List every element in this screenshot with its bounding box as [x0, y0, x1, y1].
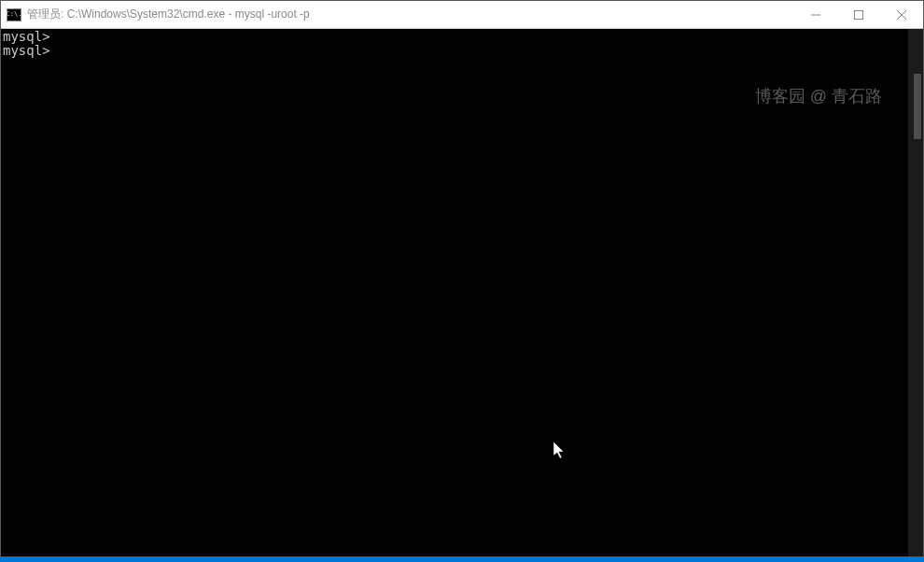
terminal-line: mysql> — [3, 44, 906, 58]
terminal-line: mysql> — [3, 30, 906, 44]
app-icon-label: C:\. — [7, 11, 22, 18]
window-title: 管理员: C:\Windows\System32\cmd.exe - mysql… — [27, 7, 794, 22]
window-controls — [794, 1, 923, 28]
mouse-cursor-icon — [553, 442, 567, 463]
minimize-button[interactable] — [794, 1, 837, 28]
maximize-icon — [854, 10, 863, 20]
close-icon — [897, 10, 906, 20]
svg-rect-1 — [855, 10, 863, 19]
terminal-content[interactable]: mysql> mysql> 博客园 @ 青石路 — [1, 29, 908, 556]
terminal-area[interactable]: mysql> mysql> 博客园 @ 青石路 — [1, 29, 923, 556]
minimize-icon — [811, 10, 820, 20]
app-icon: C:\. — [7, 8, 21, 21]
taskbar-accent — [0, 557, 924, 562]
cmd-window: C:\. 管理员: C:\Windows\System32\cmd.exe - … — [0, 0, 924, 557]
vertical-scrollbar[interactable] — [908, 29, 923, 556]
close-button[interactable] — [880, 1, 923, 28]
scrollbar-thumb[interactable] — [914, 74, 921, 139]
titlebar[interactable]: C:\. 管理员: C:\Windows\System32\cmd.exe - … — [1, 1, 923, 29]
maximize-button[interactable] — [837, 1, 880, 28]
watermark: 博客园 @ 青石路 — [755, 90, 882, 104]
